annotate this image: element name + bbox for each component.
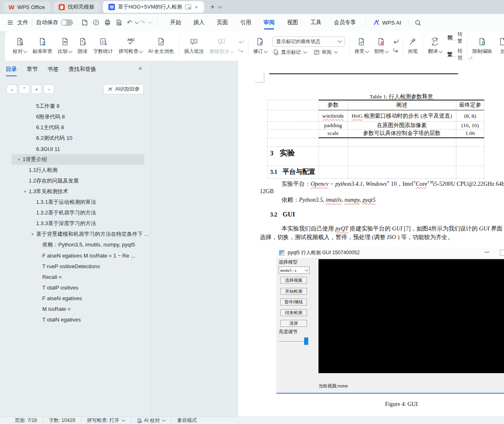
toc-item[interactable]: ▼1.3常见检测技术	[0, 186, 150, 197]
previous-change-icon[interactable]	[393, 39, 399, 44]
toc-item[interactable]: 6附录代码 8	[0, 112, 150, 122]
menu-tab-review[interactable]: 审阅	[257, 14, 281, 31]
ribbon-expand-icon[interactable]	[468, 55, 472, 59]
zoom-in-toc-button[interactable]: +	[31, 84, 42, 94]
wps-ai-icon	[373, 19, 380, 26]
to-simplified-button[interactable]: 繁 转简	[447, 48, 463, 62]
collapse-arrow-icon[interactable]: ▼	[17, 158, 23, 162]
spell-check-status[interactable]: 拼写检查: 打开	[87, 417, 125, 424]
read-aloud-button[interactable]: 朗读	[75, 37, 90, 55]
divider	[366, 19, 366, 26]
menu-tab-page[interactable]: 页面	[211, 14, 234, 31]
translate-button[interactable]: 文A 翻译	[425, 37, 445, 55]
pen-button[interactable]: 画笔	[405, 37, 421, 55]
hamburger-menu-icon[interactable]	[5, 20, 16, 25]
ai-polish-button[interactable]: AI 全文润色	[145, 37, 177, 55]
standard-review-button[interactable]: 标准审查	[30, 37, 55, 55]
divider	[349, 36, 350, 56]
toc-item[interactable]: ▼基于背景建模和机器学习的方法在特定条件下 ...	[0, 229, 150, 239]
wps-ai-button[interactable]: WPS AI	[370, 19, 405, 26]
tab-document[interactable]: W 基于HOG+SVM的行人检测 ×	[103, 1, 204, 13]
menu-tab-home[interactable]: 开始	[164, 14, 187, 31]
undo-icon[interactable]: ↶	[125, 19, 134, 26]
toc-item[interactable]: 依赖：Python3.5, imutils, numpy, pyqt5	[0, 239, 150, 250]
toc-item[interactable]: 1.2存在的问题及发展	[0, 176, 150, 186]
close-tab-icon[interactable]: ×	[194, 4, 199, 10]
menu-bar: 文件 自动保存 P ↶ ↷ 开始 插入 页面 引用 审阅 视图 工具 会员专享 …	[0, 14, 504, 31]
collapse-arrow-icon[interactable]: ▼	[31, 233, 36, 236]
review-pane-button[interactable]: 审阅	[313, 49, 337, 56]
zoom-out-toc-button[interactable]: −	[44, 84, 54, 94]
toc-item[interactable]: 1.3.3基于深度学习的方法	[0, 218, 150, 229]
toc-item-selected[interactable]: ▼1背景介绍	[11, 154, 144, 165]
pane-tab-chapters[interactable]: 章节	[27, 66, 38, 73]
new-tab-button[interactable]: +	[209, 3, 216, 11]
toc-item[interactable]: 6.1主代码 8	[0, 122, 150, 133]
file-menu[interactable]: 文件	[17, 19, 28, 26]
menu-tab-view[interactable]: 视图	[281, 14, 304, 31]
standard-review-icon	[38, 37, 47, 46]
track-changes-button[interactable]: 修订	[250, 37, 270, 55]
toc-item[interactable]: 1.3.1基于运动检测的算法	[0, 197, 150, 207]
spell-check-button[interactable]: ABC 拼写检查	[116, 37, 145, 55]
menu-tab-member[interactable]: 会员专享	[328, 14, 362, 31]
reject-icon	[376, 37, 386, 46]
accept-button[interactable]: 接受	[352, 37, 371, 55]
toc-item[interactable]: 6.2测试代码 10	[0, 133, 150, 144]
document-page[interactable]: Table 1: 行人检测参数释意 参数 阐述 最终定参 winStride H…	[237, 61, 504, 417]
markup-state-select[interactable]: 显示标记的最终状态	[273, 36, 345, 47]
tab-wps-home[interactable]: W WPS Office	[3, 2, 50, 12]
word-count-button[interactable]: 12 字数统计	[90, 37, 116, 55]
ai-recognize-toc-button[interactable]: AI识别目录	[103, 84, 144, 94]
overflow-button[interactable]: 文	[495, 37, 504, 55]
export-pdf-icon[interactable]: P	[90, 19, 102, 26]
toc-item[interactable]: T rueP ositiveDetections	[0, 261, 150, 271]
print-icon[interactable]	[102, 19, 113, 26]
toc-item[interactable]: 1.1行人检测	[0, 165, 150, 176]
next-change-icon[interactable]	[393, 48, 399, 53]
toc-item[interactable]: 6.3GUI 11	[0, 144, 150, 154]
toc-item[interactable]: 1.3.2基于机器学习的方法	[0, 207, 150, 218]
compatibility-mode-indicator[interactable]: 兼容模式	[177, 417, 197, 424]
close-pane-icon[interactable]: ×	[138, 65, 142, 72]
toc-item[interactable]: F alseN egatives	[0, 293, 150, 303]
collapse-arrow-icon[interactable]: ▼	[23, 190, 29, 194]
ai-proofread-status[interactable]: AI 校对	[137, 417, 165, 424]
divider	[179, 36, 179, 56]
ai-polish-icon	[156, 37, 166, 46]
menu-tab-reference[interactable]: 引用	[234, 14, 257, 31]
chevron-down-icon	[69, 49, 73, 53]
toc-item[interactable]: 5工作量 8	[0, 101, 150, 112]
collapse-all-button[interactable]: ⌃	[19, 84, 30, 94]
pane-tab-bookmarks[interactable]: 书签	[48, 66, 59, 73]
restrict-editing-button[interactable]: 限制编辑	[470, 37, 495, 55]
pane-tab-find-replace[interactable]: 查找和替换	[69, 66, 96, 73]
toc-item[interactable]: F alseN egatives M issRate = 1 − Re ...	[0, 250, 150, 261]
toc-item[interactable]: T otalP ositives	[0, 282, 150, 293]
float-window-icon[interactable]	[185, 5, 191, 9]
proofread-button[interactable]: 校对	[10, 37, 30, 55]
expand-all-button[interactable]: ⌄	[7, 84, 17, 94]
divider	[423, 36, 423, 56]
tab-list-chevron-icon[interactable]	[218, 5, 222, 9]
reject-button[interactable]: 拒绝	[371, 37, 391, 55]
menu-tab-insert[interactable]: 插入	[187, 14, 211, 31]
autosave-toggle[interactable]	[61, 19, 73, 26]
pane-tab-toc[interactable]: 目录	[6, 66, 17, 73]
search-icon[interactable]	[412, 19, 424, 26]
figure-gui-screenshot[interactable]: pyqt5 行人检测 GUI 1507400052 选择模型 model-c 选…	[276, 247, 504, 394]
gui-stop-detect-button: 结束检测	[280, 309, 307, 316]
to-traditional-button[interactable]: 简 转繁	[447, 31, 463, 45]
save-icon[interactable]	[79, 19, 90, 26]
word-count-indicator[interactable]: 字数: 10429	[49, 417, 75, 424]
toc-item[interactable]: T otalN egatives	[0, 314, 150, 325]
print-preview-icon[interactable]	[113, 19, 125, 26]
compare-button[interactable]: 比较	[55, 37, 75, 55]
toc-item[interactable]: M issRate =	[0, 303, 150, 314]
tab-template[interactable]: 找稻壳模板	[53, 2, 100, 12]
insert-comment-button[interactable]: 插入批注	[181, 37, 207, 55]
page-indicator[interactable]: 页面: 7/18	[15, 417, 37, 424]
menu-tab-tools[interactable]: 工具	[304, 14, 328, 31]
toc-item[interactable]: Recall =	[0, 271, 150, 282]
show-markup-button[interactable]: 显示标记	[273, 49, 307, 56]
